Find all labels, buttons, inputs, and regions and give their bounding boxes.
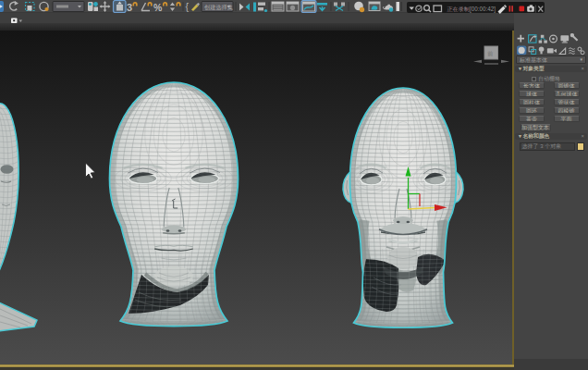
svg-text:[00:00:42]: [00:00:42] <box>470 5 496 12</box>
svg-text:%: % <box>153 2 163 13</box>
svg-text:3: 3 <box>127 2 132 13</box>
svg-text:前: 前 <box>487 51 494 56</box>
svg-text:{: { <box>186 1 190 12</box>
svg-text:正在录制: 正在录制 <box>447 5 470 12</box>
